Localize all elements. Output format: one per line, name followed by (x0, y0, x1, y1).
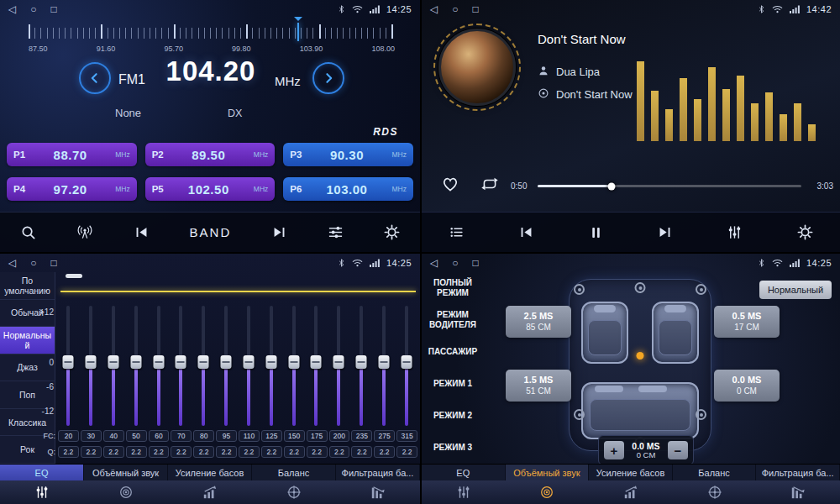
preset-P1[interactable]: P1 88.70 MHz (7, 143, 137, 166)
eq-band-knob[interactable] (243, 355, 254, 369)
audio-settings-button[interactable] (328, 224, 344, 240)
previous-station-button[interactable] (134, 225, 150, 239)
eq-band-slider-0[interactable] (57, 306, 80, 426)
eq-band-knob[interactable] (153, 355, 164, 369)
delay-front-left[interactable]: 2.5 MS 85 CM (506, 306, 571, 338)
eq-band-knob[interactable] (265, 355, 276, 369)
tab-filter[interactable]: Фильтрация ба... (756, 465, 840, 480)
playlist-button[interactable] (449, 225, 465, 239)
eq-tab-icon[interactable] (0, 480, 84, 504)
eq-band-slider-12[interactable] (328, 306, 350, 426)
eq-band-knob[interactable] (176, 355, 186, 369)
eq-band-knob[interactable] (401, 355, 412, 369)
eq-band-knob[interactable] (198, 355, 209, 369)
eq-band-slider-1[interactable] (80, 306, 102, 426)
sf-mode-5[interactable]: РЕЖИМ 3 (422, 432, 484, 464)
delay-minus-button[interactable]: − (668, 441, 688, 459)
seat-front-left[interactable] (581, 302, 628, 364)
next-track-button[interactable] (657, 225, 673, 239)
home-button[interactable]: ○ (452, 4, 458, 14)
preset-P2[interactable]: P2 89.50 MHz (145, 143, 276, 166)
eq-band-knob[interactable] (86, 355, 97, 369)
recents-button[interactable]: □ (50, 258, 56, 268)
tab-balance[interactable]: Баланс (673, 465, 757, 480)
settings-button[interactable] (384, 224, 400, 240)
sound-preset-button[interactable]: Нормальный (759, 281, 832, 299)
eq-band-slider-15[interactable] (395, 306, 417, 426)
tune-up-button[interactable] (312, 62, 344, 94)
favorite-button[interactable] (442, 176, 459, 192)
delay-front-right[interactable]: 0.5 MS 17 CM (714, 306, 780, 338)
balance-tab-icon[interactable] (252, 480, 336, 504)
home-button[interactable]: ○ (452, 258, 458, 268)
surround-tab-icon[interactable] (506, 480, 590, 504)
eq-band-slider-10[interactable] (282, 306, 305, 426)
balance-tab-icon[interactable] (673, 480, 757, 504)
eq-band-slider-11[interactable] (305, 306, 328, 426)
recents-button[interactable]: □ (50, 4, 56, 14)
bass-boost-tab-icon[interactable] (168, 480, 252, 504)
tab-filter[interactable]: Фильтрация ба... (336, 465, 420, 480)
back-button[interactable]: ◁ (430, 4, 438, 14)
sf-mode-4[interactable]: РЕЖИМ 2 (422, 400, 484, 432)
eq-band-slider-7[interactable] (215, 306, 238, 426)
progress-knob[interactable] (607, 182, 615, 190)
eq-band-slider-4[interactable] (147, 306, 170, 426)
preset-P4[interactable]: P4 97.20 MHz (7, 177, 137, 201)
eq-band-knob[interactable] (288, 355, 299, 369)
recents-button[interactable]: □ (472, 4, 478, 14)
equalizer-button[interactable] (727, 224, 743, 240)
broadcast-scan-button[interactable] (76, 224, 93, 240)
surround-tab-icon[interactable] (84, 480, 168, 504)
back-button[interactable]: ◁ (8, 258, 16, 268)
eq-band-knob[interactable] (378, 355, 389, 369)
bass-boost-tab-icon[interactable] (589, 480, 673, 504)
sf-mode-2[interactable]: ПАССАЖИР (422, 336, 484, 368)
repeat-button[interactable] (480, 176, 499, 192)
eq-band-knob[interactable] (63, 355, 74, 369)
eq-band-knob[interactable] (221, 355, 232, 369)
eq-tab-icon[interactable] (422, 480, 506, 504)
sf-mode-1[interactable]: РЕЖИМ ВОДИТЕЛЯ (422, 304, 484, 336)
seat-front-right[interactable] (652, 302, 699, 364)
filter-tab-icon[interactable] (336, 480, 420, 504)
back-button[interactable]: ◁ (430, 258, 438, 268)
search-button[interactable] (20, 224, 36, 240)
previous-track-button[interactable] (518, 225, 534, 239)
pause-button[interactable] (589, 225, 603, 240)
eq-band-slider-14[interactable] (372, 306, 395, 426)
tab-balance[interactable]: Баланс (252, 465, 336, 480)
eq-band-slider-8[interactable] (238, 306, 260, 426)
eq-band-knob[interactable] (355, 355, 366, 369)
eq-band-knob[interactable] (108, 355, 119, 369)
band-button[interactable]: BAND (190, 225, 232, 239)
eq-band-slider-6[interactable] (192, 306, 215, 426)
next-station-button[interactable] (271, 225, 287, 239)
rear-seat[interactable] (581, 382, 699, 439)
tab-surround[interactable]: Объёмный звук (506, 465, 590, 480)
eq-band-slider-9[interactable] (260, 306, 282, 426)
recents-button[interactable]: □ (472, 258, 478, 268)
eq-band-slider-2[interactable] (102, 306, 125, 426)
tab-bass-boost[interactable]: Усиление басов (589, 465, 673, 480)
eq-band-knob[interactable] (130, 355, 141, 369)
eq-band-slider-13[interactable] (350, 306, 373, 426)
delay-rear-right[interactable]: 0.0 MS 0 CM (714, 370, 780, 402)
eq-band-slider-3[interactable] (124, 306, 147, 426)
sf-mode-3[interactable]: РЕЖИМ 1 (422, 368, 484, 400)
tab-eq[interactable]: EQ (422, 465, 506, 480)
tab-bass-boost[interactable]: Усиление басов (168, 465, 252, 480)
filter-tab-icon[interactable] (756, 480, 840, 504)
preset-P3[interactable]: P3 90.30 MHz (283, 143, 413, 166)
frequency-scale[interactable]: 87.5091.6095.7099.80103.90108.00 (29, 21, 395, 60)
delay-rear-left[interactable]: 1.5 MS 51 CM (506, 370, 571, 402)
tab-eq[interactable]: EQ (0, 465, 84, 480)
home-button[interactable]: ○ (30, 4, 36, 14)
eq-band-knob[interactable] (333, 355, 344, 369)
back-button[interactable]: ◁ (8, 4, 16, 14)
tune-down-button[interactable] (79, 62, 111, 94)
sf-mode-0[interactable]: ПОЛНЫЙ РЕЖИМ (422, 272, 484, 304)
delay-plus-button[interactable]: + (604, 441, 624, 459)
preset-P5[interactable]: P5 102.50 MHz (145, 177, 276, 201)
preset-P6[interactable]: P6 103.00 MHz (283, 177, 413, 201)
